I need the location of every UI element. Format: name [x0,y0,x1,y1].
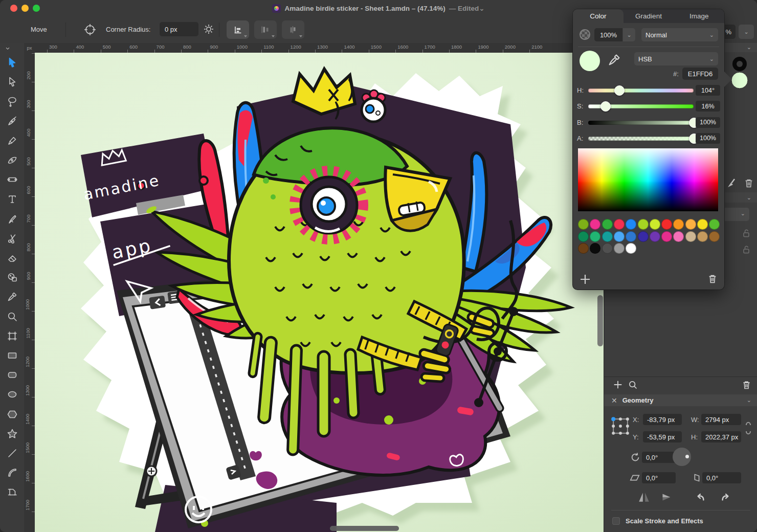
vertical-ruler[interactable]: 1002003004005006007008009001000110012001… [24,53,35,532]
w-input[interactable]: 2794 px [701,414,741,425]
tool-eyedropper[interactable] [6,291,18,303]
horizontal-ruler[interactable]: 3004005006007008009001000110012001300140… [35,43,604,53]
color-swatch[interactable] [650,219,660,230]
color-spectrum[interactable] [578,148,718,211]
color-swatch[interactable] [661,231,672,242]
color-swatch[interactable] [685,219,696,230]
skew-horizontal-input[interactable]: 0,0° [642,472,676,483]
color-swatch[interactable] [638,219,649,230]
section-chevron-icon[interactable]: ⌄ [747,194,751,201]
color-swatch[interactable] [602,231,613,242]
lock-icon[interactable] [741,228,751,238]
color-swatch[interactable] [614,231,625,242]
corner-radius-input[interactable]: 0 px [160,22,198,36]
tool-rectangle[interactable] [6,349,18,362]
trash-icon[interactable] [743,177,754,189]
tool-text[interactable] [6,193,18,205]
slider-value[interactable]: 104° [696,85,720,96]
x-input[interactable]: -83,79 px [643,414,682,425]
stroke-width-dropdown[interactable]: ⌄ [739,25,754,39]
slider-value[interactable]: 16% [696,101,720,112]
color-swatch[interactable] [685,231,696,242]
scale-stroke-checkbox[interactable] [612,517,620,525]
chevron-down-icon[interactable]: ⌄ [747,397,751,404]
tool-pen[interactable] [6,115,18,127]
tool-frame[interactable] [6,330,18,342]
color-swatch[interactable] [614,243,625,254]
color-swatch[interactable] [578,231,589,242]
fill-color-swatch[interactable] [731,72,748,89]
rotation-knob[interactable] [673,448,691,466]
slider-track[interactable] [588,121,694,125]
tool-move[interactable] [6,56,18,69]
y-input[interactable]: -53,59 px [643,431,682,442]
color-model-dropdown[interactable]: HSB⌄ [634,52,718,65]
delete-swatch-icon[interactable] [707,272,718,285]
slider-value[interactable]: 100% [696,117,720,128]
color-swatch[interactable] [602,219,613,230]
color-swatch[interactable] [697,231,708,242]
skew-vertical-input[interactable]: 0,0° [702,472,741,483]
h-input[interactable]: 2022,37 px [701,431,741,442]
tool-lasso[interactable] [6,95,18,107]
geometry-header[interactable]: ✕ Geometry ⌄ [604,394,757,406]
color-swatch[interactable] [602,243,613,254]
hex-input[interactable]: E1FFD6 [682,68,718,80]
target-icon[interactable] [83,23,97,36]
color-swatch[interactable] [578,219,589,230]
slider-value[interactable]: 100% [696,133,720,144]
tool-knife[interactable] [6,213,18,225]
color-swatch[interactable] [590,231,600,242]
color-swatch[interactable] [673,219,684,230]
color-swatch[interactable] [673,231,684,242]
rotation-input[interactable]: 0,0° [642,452,676,463]
add-icon[interactable] [612,379,624,390]
search-icon[interactable] [628,380,638,390]
ruler-units[interactable]: px [24,43,35,53]
tab-color[interactable]: Color [573,9,624,23]
tool-scissors[interactable] [6,232,18,245]
tool-line[interactable] [6,447,18,459]
clear-style-icon[interactable] [726,177,738,189]
color-swatch[interactable] [626,243,636,254]
slider-s[interactable]: S:16% [577,101,720,112]
horizontal-scrollbar[interactable] [330,526,399,531]
tool-draw[interactable] [6,135,18,147]
rotate-right-icon[interactable] [719,491,732,504]
lock-icon[interactable] [741,245,751,255]
tool-selection[interactable] [6,76,18,88]
anchor-point-selector[interactable] [610,414,631,438]
link-dimensions-icon[interactable] [744,419,752,437]
tool-trace[interactable] [6,271,18,283]
slider-track[interactable] [588,104,694,108]
collapse-chevron-icon[interactable] [3,45,12,52]
vertical-scrollbar[interactable] [597,295,603,346]
slider-thumb[interactable] [600,101,611,112]
color-swatch[interactable] [626,231,636,242]
stroke-color-swatch[interactable] [731,55,748,73]
color-swatch[interactable] [638,231,649,242]
align-button[interactable] [227,20,249,39]
blend-mode-dropdown[interactable]: Normal⌄ [641,28,718,41]
color-swatch[interactable] [590,219,600,230]
trash-icon[interactable] [741,379,752,391]
tab-image[interactable]: Image [674,9,724,23]
tool-zoom[interactable] [6,311,18,323]
opacity-control[interactable]: 100% ⌄ [594,28,635,41]
slider-b[interactable]: B:100% [577,117,720,128]
slider-h[interactable]: H:104° [577,85,720,96]
canvas[interactable]: amadine app VecToR [35,53,604,532]
section-chevron-icon[interactable]: ⌄ [747,44,751,51]
tool-gradient[interactable] [6,173,18,186]
close-icon[interactable]: ✕ [611,396,617,405]
add-swatch-icon[interactable] [579,273,591,285]
color-swatch[interactable] [590,243,600,254]
tab-gradient[interactable]: Gradient [624,9,674,23]
eyedropper-icon[interactable] [607,52,622,68]
color-swatch[interactable] [614,219,625,230]
flip-vertical-icon[interactable] [659,491,674,504]
tool-star[interactable] [6,428,18,440]
gear-icon[interactable] [203,23,215,35]
color-swatch[interactable] [709,231,720,242]
rotate-left-icon[interactable] [694,491,707,504]
